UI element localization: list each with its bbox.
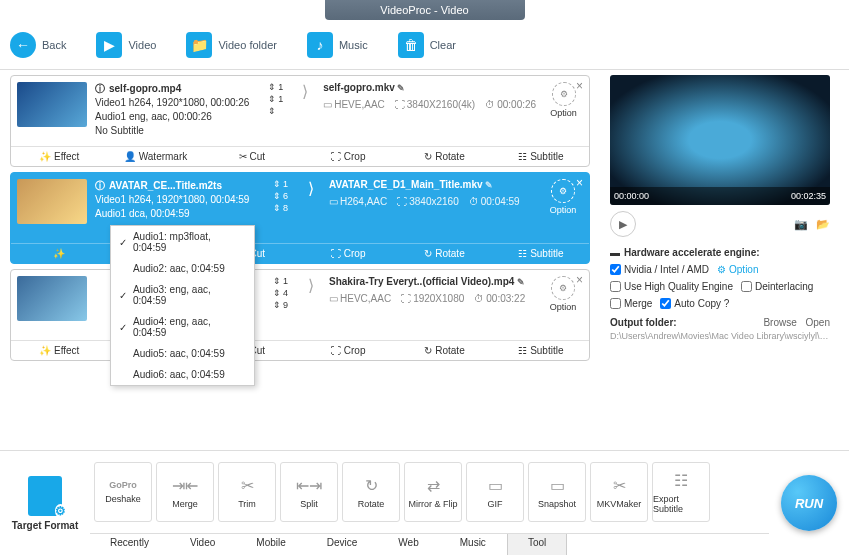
output-filename[interactable]: AVATAR_CE_D1_Main_Title.mkv [329, 179, 535, 190]
preview-player[interactable]: 00:00:00 00:02:35 [610, 75, 830, 205]
audio-option[interactable]: Audio5: aac, 0:04:59 [111, 343, 254, 364]
thumbnail [17, 82, 87, 127]
tool-deshake[interactable]: GoProDeshake [94, 462, 152, 522]
resolution-badge: ⛶ 3840X2160(4k) [395, 99, 475, 110]
arrow-icon: ⟩ [301, 276, 321, 295]
cut-button[interactable]: Cut [204, 147, 300, 166]
trim-icon: ✂ [241, 476, 254, 495]
output-filename[interactable]: self-gopro.mkv [323, 82, 536, 93]
add-video-button[interactable]: ▶Video [96, 32, 156, 58]
arrow-icon: ⟩ [301, 179, 321, 198]
add-music-button[interactable]: ♪Music [307, 32, 368, 58]
codec-badge: ▭ HEVE,AAC [323, 99, 385, 110]
audio-option[interactable]: Audio1: mp3float, 0:04:59 [111, 226, 254, 258]
output-info: Shakira-Try Everyt..(official Video).mp4… [329, 276, 535, 304]
output-folder-label: Output folder: [610, 317, 677, 328]
subtitle-button[interactable]: Subtitle [493, 244, 589, 263]
hardware-section: ▬Hardware accelerate engine: Nvidia / In… [610, 247, 830, 309]
rotate-button[interactable]: Rotate [396, 341, 492, 360]
audio-option[interactable]: Audio2: aac, 0:04:59 [111, 258, 254, 279]
video-item[interactable]: × ⇕ 1 ⇕ 4 ⇕ 9 ⟩ Shakira-Try Everyt..(off… [10, 269, 590, 361]
crop-button[interactable]: Crop [300, 244, 396, 263]
duration-badge: ⏱ 00:04:59 [469, 196, 520, 207]
tab-mobile[interactable]: Mobile [236, 534, 306, 555]
close-icon[interactable]: × [576, 176, 583, 190]
camera-icon[interactable]: 📷 [794, 218, 808, 231]
deinterlacing-checkbox[interactable]: Deinterlacing [741, 281, 813, 292]
target-format-icon [28, 476, 62, 516]
tool-split[interactable]: ⇤⇥Split [280, 462, 338, 522]
nvidia-checkbox[interactable]: Nvidia / Intel / AMD [610, 264, 709, 275]
effect-button[interactable] [11, 244, 107, 263]
tool-trim[interactable]: ✂Trim [218, 462, 276, 522]
back-button[interactable]: ←Back [10, 32, 66, 58]
video-item[interactable]: × self-gopro.mp4 Video1 h264, 1920*1080,… [10, 75, 590, 167]
video-item[interactable]: × AVATAR_CE...Title.m2ts Video1 h264, 19… [10, 172, 590, 264]
tab-tool[interactable]: Tool [507, 534, 567, 555]
arrow-icon: ⟩ [296, 82, 315, 101]
open-folder-icon[interactable]: 📂 [816, 218, 830, 231]
close-icon[interactable]: × [576, 273, 583, 287]
add-folder-button[interactable]: 📁Video folder [186, 32, 277, 58]
gopro-icon: GoPro [109, 480, 137, 490]
target-format-button[interactable]: Target Format [0, 451, 90, 555]
track-steppers[interactable]: ⇕ 1 ⇕ 4 ⇕ 9 [273, 276, 293, 310]
browse-button[interactable]: Browse [763, 317, 796, 328]
snapshot-icon: ▭ [550, 476, 565, 495]
action-bar: Cut Crop Rotate Subtitle [11, 243, 589, 263]
tool-mirror[interactable]: ⇄Mirror & Flip [404, 462, 462, 522]
subtitle-button[interactable]: Subtitle [493, 147, 589, 166]
duration-badge: ⏱ 00:03:22 [474, 293, 525, 304]
play-button[interactable]: ▶ [610, 211, 636, 237]
crop-button[interactable]: Crop [300, 147, 396, 166]
close-icon[interactable]: × [576, 79, 583, 93]
crop-button[interactable]: Crop [300, 341, 396, 360]
export-sub-icon: ☷ [674, 471, 688, 490]
autocopy-checkbox[interactable]: Auto Copy ? [660, 298, 729, 309]
tool-snapshot[interactable]: ▭Snapshot [528, 462, 586, 522]
hw-option-button[interactable]: ⚙ Option [717, 264, 758, 275]
tools-row: GoProDeshake ⇥⇤Merge ✂Trim ⇤⇥Split ↻Rota… [90, 451, 769, 533]
rotate-button[interactable]: Rotate [396, 147, 492, 166]
bottom-bar: Target Format GoProDeshake ⇥⇤Merge ✂Trim… [0, 450, 849, 555]
split-icon: ⇤⇥ [296, 476, 322, 495]
tool-merge[interactable]: ⇥⇤Merge [156, 462, 214, 522]
tool-gif[interactable]: ▭GIF [466, 462, 524, 522]
clear-button[interactable]: 🗑Clear [398, 32, 456, 58]
mirror-icon: ⇄ [427, 476, 440, 495]
output-filename[interactable]: Shakira-Try Everyt..(official Video).mp4 [329, 276, 535, 287]
audio-option[interactable]: Audio6: aac, 0:04:59 [111, 364, 254, 385]
tab-web[interactable]: Web [378, 534, 439, 555]
trash-icon: 🗑 [398, 32, 424, 58]
tab-recently[interactable]: Recently [90, 534, 170, 555]
thumbnail [17, 179, 87, 224]
audio-option[interactable]: Audio3: eng, aac, 0:04:59 [111, 279, 254, 311]
subtitle-button[interactable]: Subtitle [493, 341, 589, 360]
hq-checkbox[interactable]: Use High Quality Engine [610, 281, 733, 292]
rotate-button[interactable]: Rotate [396, 244, 492, 263]
track-steppers[interactable]: ⇕ 1 ⇕ 6 ⇕ 8 [273, 179, 293, 213]
run-button[interactable]: RUN [781, 475, 837, 531]
resolution-badge: ⛶ 1920X1080 [401, 293, 464, 304]
watermark-button[interactable]: Watermark [107, 147, 203, 166]
tab-music[interactable]: Music [440, 534, 507, 555]
tool-export-subtitle[interactable]: ☷Export Subtitle [652, 462, 710, 522]
tab-video[interactable]: Video [170, 534, 236, 555]
merge-checkbox[interactable]: Merge [610, 298, 652, 309]
gear-icon: ⚙ [551, 179, 575, 203]
tool-rotate[interactable]: ↻Rotate [342, 462, 400, 522]
track-steppers[interactable]: ⇕ 1 ⇕ 1 ⇕ [268, 82, 287, 116]
tool-mkvmaker[interactable]: ✂MKVMaker [590, 462, 648, 522]
tab-device[interactable]: Device [307, 534, 379, 555]
merge-icon: ⇥⇤ [172, 476, 198, 495]
video-icon: ▶ [96, 32, 122, 58]
source-info: AVATAR_CE...Title.m2ts Video1 h264, 1920… [95, 179, 265, 221]
effect-button[interactable]: Effect [11, 341, 107, 360]
open-button[interactable]: Open [806, 317, 830, 328]
mkv-icon: ✂ [613, 476, 626, 495]
effect-button[interactable]: Effect [11, 147, 107, 166]
rotate-icon: ↻ [365, 476, 378, 495]
video-list: × self-gopro.mp4 Video1 h264, 1920*1080,… [0, 70, 600, 450]
audio-track-dropdown[interactable]: Audio1: mp3float, 0:04:59 Audio2: aac, 0… [110, 225, 255, 386]
audio-option[interactable]: Audio4: eng, aac, 0:04:59 [111, 311, 254, 343]
